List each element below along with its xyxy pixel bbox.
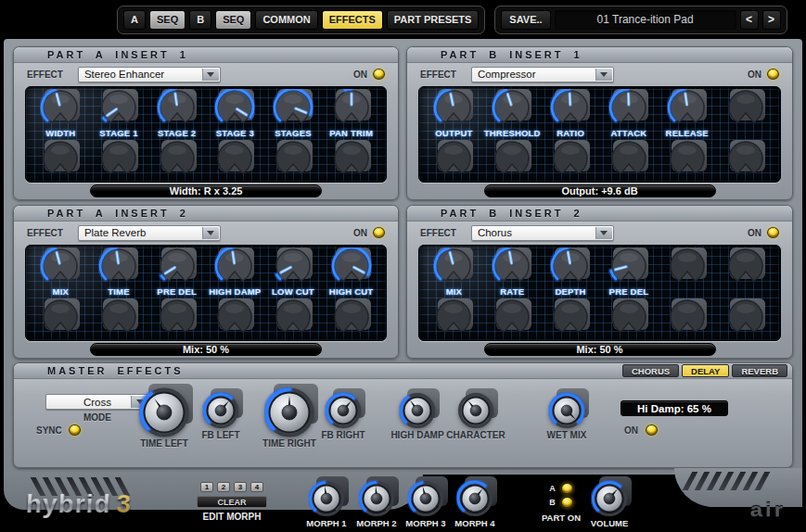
knob-stages[interactable] [273,89,313,128]
knob-label: OUTPUT [435,128,472,139]
tab-part-presets-6[interactable]: PART PRESETS [387,10,480,30]
knob-label: WIDTH [45,128,75,139]
effect-dropdown[interactable]: Stereo Enhancer [78,67,221,82]
tab-seq-3[interactable]: SEQ [215,10,251,30]
knob-unused [608,140,649,179]
knob-rate[interactable] [492,247,532,286]
part-a-led[interactable] [561,483,573,494]
effect-label: EFFECT [27,228,63,238]
knob-unused [725,298,766,337]
knob-stage-1[interactable] [98,89,139,128]
knob-character[interactable]: CHARACTER [446,392,505,440]
part-on-label: PART ON [542,513,581,523]
knob-label: PRE DEL [157,286,197,298]
knob-label: MORPH 1 [306,518,346,528]
hybrid3-logo: hybrid3 [25,489,133,519]
part-a-label: A [549,484,556,493]
effect-dropdown[interactable]: Compressor [471,67,614,82]
morph-select-button-2[interactable]: 2 [217,482,230,492]
knob-low-cut[interactable] [273,247,313,286]
chevron-down-icon[interactable] [202,69,219,81]
tab-a-0[interactable]: A [123,10,146,30]
knob-unused [667,247,708,286]
effect-row: EFFECT Plate Reverb ON [14,222,398,244]
knob-unused [608,298,649,337]
knob-morph-3[interactable]: MORPH 3 [403,480,449,528]
clear-button[interactable]: CLEAR [197,496,267,508]
knob-fb-right[interactable]: FB RIGHT [313,392,373,440]
chevron-down-icon[interactable] [595,227,612,239]
insert-header: PART B INSERT 2 [407,206,792,222]
insert-header: PART A INSERT 2 [14,206,398,222]
power-led[interactable] [767,69,779,80]
knob-label: MORPH 2 [356,518,396,528]
effect-value: Plate Reverb [84,227,146,238]
master-effects-panel: MASTER EFFECTS CHORUSDELAYREVERB Cross M… [13,362,793,468]
knob-time[interactable] [98,247,139,286]
master-readout: Hi Damp: 65 % [620,400,728,416]
next-preset-button[interactable]: > [762,10,781,30]
knob-label: HIGH DAMP [209,286,261,298]
knob-stage-2[interactable] [157,89,198,128]
knob-depth[interactable] [550,247,591,286]
knob-mix[interactable] [433,247,474,286]
part-b-led[interactable] [561,497,573,508]
knob-morph-2[interactable]: MORPH 2 [353,480,400,528]
knob-unused [157,140,198,179]
knob-high-damp[interactable]: HIGH DAMP [388,392,447,440]
knob-unused [157,298,198,337]
tab-effects-5[interactable]: EFFECTS [322,10,383,30]
knob-width[interactable] [40,89,81,128]
knob-threshold[interactable] [492,89,532,128]
knob-label: DEPTH [555,286,585,298]
knob-morph-4[interactable]: MORPH 4 [452,480,498,528]
effect-label: EFFECT [420,70,456,80]
logo-text: hybrid [25,489,111,518]
chevron-down-icon[interactable] [595,69,612,81]
prev-preset-button[interactable]: < [740,10,759,30]
knob-unused [725,247,766,286]
tab-b-2[interactable]: B [189,10,211,30]
morph-select-button-1[interactable]: 1 [200,482,213,492]
knob-high-cut[interactable] [331,247,372,286]
knob-attack[interactable] [608,89,649,128]
knob-ratio[interactable] [550,89,591,128]
knob-unused [98,140,139,179]
knob-pan-trim[interactable] [331,89,372,128]
knob-label: STAGES [275,128,312,139]
knob-fb-left[interactable]: FB LEFT [191,392,250,440]
knob-grid: WIDTHSTAGE 1STAGE 2STAGE 3STAGESPAN TRIM [25,86,387,183]
tab-seq-1[interactable]: SEQ [149,10,186,30]
knob-label: MORPH 3 [405,518,445,528]
power-led[interactable] [373,227,385,238]
knob-morph-1[interactable]: MORPH 1 [303,480,350,528]
knob-label [744,128,747,139]
knob-stage-3[interactable] [214,89,255,128]
preset-name-display[interactable]: 01 Trance-ition Pad [555,10,736,30]
power-led[interactable] [373,69,385,80]
morph-select-button-3[interactable]: 3 [234,482,247,492]
chevron-down-icon[interactable] [202,227,219,239]
knob-unused [667,140,708,179]
knob-time-left[interactable]: TIME LEFT [130,387,198,449]
effect-dropdown[interactable]: Plate Reverb [78,225,221,241]
knob-wet-mix[interactable]: WET MIX [537,392,596,440]
effect-dropdown[interactable]: Chorus [471,225,614,241]
master-on-led[interactable] [646,424,658,436]
insert-header: PART A INSERT 1 [14,47,398,63]
knob-pre-del[interactable] [608,247,649,286]
knob-release[interactable] [667,89,708,128]
knob-output[interactable] [433,89,474,128]
panel-title: PART A INSERT 1 [47,49,188,59]
knob-mix[interactable] [40,247,81,286]
save-button[interactable]: SAVE.. [501,10,550,30]
knob-label: HIGH CUT [329,286,374,298]
knob-pre-del[interactable] [157,247,198,286]
tab-common-4[interactable]: COMMON [255,10,317,30]
power-led[interactable] [767,227,779,238]
knob-label: MIX [53,286,70,298]
morph-select-button-4[interactable]: 4 [250,482,263,492]
knob-high-damp[interactable] [214,247,255,286]
knob-label: STAGE 2 [158,128,196,139]
knob-volume[interactable]: VOLUME [586,480,633,528]
